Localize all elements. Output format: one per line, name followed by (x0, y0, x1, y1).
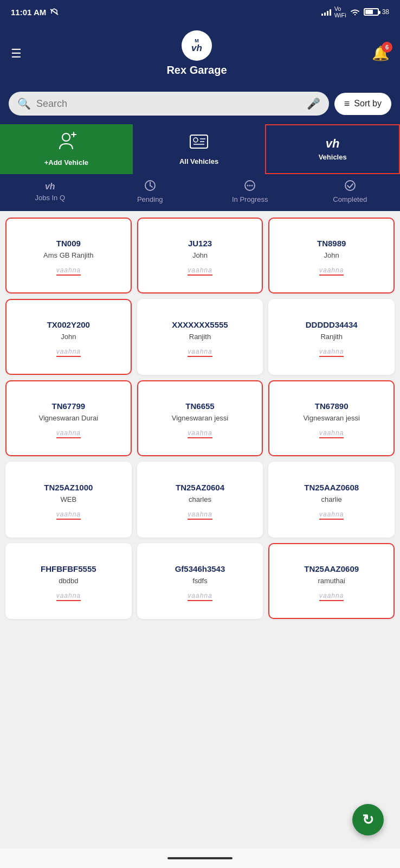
vaahna-logo: vaahna (319, 346, 344, 356)
jobs-in-q-icon: vh (45, 182, 55, 192)
vaahna-text: vaahna (56, 429, 81, 438)
search-section: 🔍 🎤 ≡ Sort by (0, 86, 400, 124)
notification-button[interactable]: 🔔 6 (372, 45, 389, 62)
vehicle-card[interactable]: TX002Y200 John vaahna (5, 299, 132, 375)
refresh-fab[interactable]: ↻ (352, 804, 384, 835)
sort-button[interactable]: ≡ Sort by (334, 93, 391, 115)
vehicle-card[interactable]: TN25AAZ0608 charlie vaahna (268, 462, 395, 538)
vaahna-text: vaahna (188, 592, 212, 601)
add-vehicle-label: +Add Vehicle (44, 158, 88, 167)
vaahna-text: vaahna (188, 429, 212, 438)
vaahna-text: vaahna (56, 592, 81, 601)
home-indicator (167, 857, 233, 859)
all-vehicles-label: All Vehicles (179, 157, 218, 165)
vehicle-owner: Vigneswaran jessi (172, 414, 229, 422)
logo-circle: M vh (182, 30, 212, 61)
vehicle-plate: TN009 (56, 239, 81, 248)
vaahna-text: vaahna (56, 510, 81, 520)
vehicle-owner: charles (189, 495, 211, 503)
signal-icon (321, 8, 331, 16)
filter-tab-in-progress[interactable]: In Progress (200, 174, 300, 207)
vehicle-card[interactable]: TN8989 John vaahna (268, 218, 395, 293)
vaahna-logo: vaahna (56, 427, 81, 437)
notification-badge: 6 (382, 42, 392, 53)
vaahna-text: vaahna (188, 348, 212, 357)
vehicle-owner: Vigneswaran jessi (303, 414, 360, 422)
vo-wifi-label: VoWiFi (334, 5, 346, 18)
mic-icon[interactable]: 🎤 (307, 97, 320, 110)
vehicles-icon: vh (326, 138, 340, 150)
vaahna-text: vaahna (56, 348, 81, 357)
vehicle-owner: John (61, 333, 76, 341)
vehicle-owner: dbdbd (59, 577, 78, 585)
action-tabs: +Add Vehicle All Vehicles vh Vehicles (0, 124, 400, 174)
vaahna-logo: vaahna (56, 509, 81, 519)
refresh-icon: ↻ (362, 812, 374, 828)
vaahna-text: vaahna (56, 266, 81, 276)
filter-tab-pending[interactable]: Pending (100, 174, 201, 207)
vaahna-text: vaahna (188, 510, 212, 520)
svg-point-16 (345, 181, 355, 190)
header: ☰ M vh Rex Garage 🔔 6 (0, 24, 400, 86)
vehicle-card[interactable]: TN25AZ1000 WEB vaahna (5, 462, 132, 538)
vaahna-logo: vaahna (319, 265, 344, 275)
vehicles-tab[interactable]: vh Vehicles (265, 124, 400, 174)
search-bar[interactable]: 🔍 🎤 (9, 92, 329, 116)
vaahna-text: vaahna (188, 266, 212, 276)
vehicle-card[interactable]: Gf5346h3543 fsdfs vaahna (137, 543, 263, 619)
vaahna-logo: vaahna (188, 265, 212, 275)
vehicle-owner: Vigneswaran Durai (39, 414, 99, 422)
vaahna-logo: vaahna (319, 590, 344, 600)
vaahna-logo: vaahna (319, 509, 344, 519)
vaahna-text: vaahna (319, 510, 344, 520)
vaahna-logo: vaahna (56, 346, 81, 356)
vaahna-logo: vaahna (56, 265, 81, 275)
battery-icon (364, 8, 379, 16)
vaahna-text: vaahna (319, 592, 344, 601)
all-vehicles-tab[interactable]: All Vehicles (133, 124, 266, 174)
vehicle-owner: John (324, 251, 339, 259)
vehicle-card[interactable]: JU123 John vaahna (137, 218, 263, 293)
vehicle-plate: TN25AZ0604 (176, 483, 224, 492)
vehicle-plate: TN67799 (51, 401, 85, 411)
svg-rect-4 (190, 135, 208, 148)
filter-tab-completed[interactable]: Completed (300, 174, 401, 207)
vaahna-logo: vaahna (188, 590, 212, 600)
add-vehicle-icon (55, 132, 77, 155)
vehicle-owner: WEB (61, 495, 77, 503)
sort-label: Sort by (354, 99, 382, 108)
vehicle-card[interactable]: TN009 Ams GB Ranjith vaahna (5, 218, 132, 293)
vehicle-plate: FHFBFBF5555 (41, 564, 96, 573)
filter-tab-jobs-in-q[interactable]: vh Jobs In Q (0, 174, 100, 207)
pending-icon (144, 180, 156, 193)
vehicle-card[interactable]: FHFBFBF5555 dbdbd vaahna (5, 543, 132, 619)
svg-line-11 (150, 186, 152, 187)
vehicle-plate: TN25AAZ0608 (304, 483, 359, 492)
status-time: 11:01 AM (11, 8, 59, 17)
vehicle-plate: DDDDD34434 (306, 320, 358, 329)
vehicle-card[interactable]: TN67799 Vigneswaran Durai vaahna (5, 380, 132, 456)
in-progress-icon (244, 180, 256, 193)
vehicle-plate: Gf5346h3543 (175, 564, 225, 573)
vehicle-plate: TN6655 (185, 401, 214, 411)
status-bar: 11:01 AM VoWiFi 38 (0, 0, 400, 24)
vehicle-owner: Ranjith (320, 333, 342, 341)
search-icon: 🔍 (17, 97, 31, 110)
completed-icon (344, 180, 356, 193)
vehicle-card[interactable]: XXXXXXX5555 Ranjith vaahna (137, 299, 263, 375)
vaahna-logo: vaahna (319, 427, 344, 437)
vehicle-card[interactable]: DDDDD34434 Ranjith vaahna (268, 299, 395, 375)
vehicle-owner: charlie (321, 495, 342, 503)
search-input[interactable] (36, 98, 301, 110)
add-vehicle-tab[interactable]: +Add Vehicle (0, 124, 133, 174)
vehicle-plate: TX002Y200 (47, 320, 90, 329)
vehicle-card[interactable]: TN67890 Vigneswaran jessi vaahna (268, 380, 395, 456)
vehicle-card[interactable]: TN25AAZ0609 ramuthai vaahna (268, 543, 395, 619)
bottom-bar (0, 848, 400, 868)
status-icons: VoWiFi 38 (321, 5, 389, 18)
hamburger-button[interactable]: ☰ (11, 47, 22, 61)
silent-icon (49, 8, 59, 16)
vehicle-card[interactable]: TN25AZ0604 charles vaahna (137, 462, 263, 538)
filter-tabs: vh Jobs In Q Pending In Progress (0, 174, 400, 211)
vehicle-card[interactable]: TN6655 Vigneswaran jessi vaahna (137, 380, 263, 456)
